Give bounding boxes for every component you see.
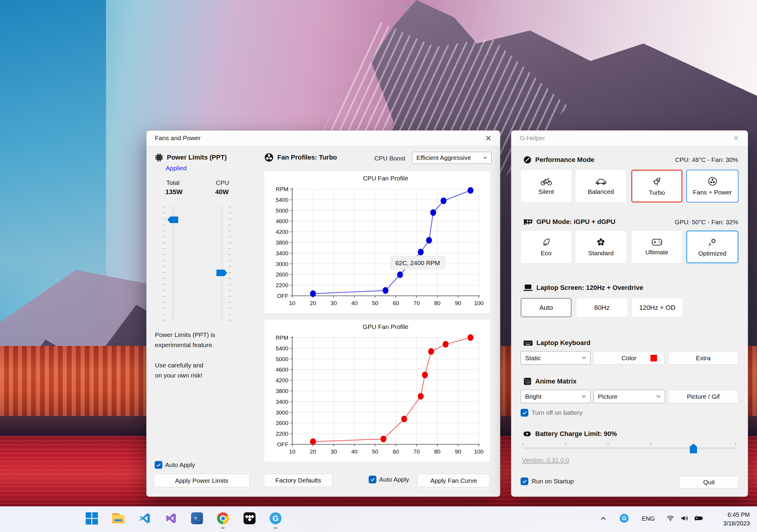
anime-brightness-dropdown[interactable]: Bright [521,390,590,403]
screen-button-label: 120Hz + OD [639,304,676,312]
total-slider-thumb[interactable] [167,216,178,223]
mode-button-label: Turbo [649,189,665,196]
battery-slider-ticks [523,443,736,445]
svg-text:40: 40 [351,300,358,306]
anime-brightness-value: Bright [525,393,541,400]
powershell-button[interactable]: >_ [191,512,203,525]
battery-slider-track[interactable] [523,447,736,449]
run-on-startup-checkbox[interactable] [521,477,528,485]
optimized-gear-icon [708,237,717,247]
gpu-button-optimized[interactable]: Optimized [686,231,739,263]
keyboard-color-label: Color [621,354,636,362]
svg-text:OFF: OFF [277,441,288,448]
mode-button-label: Fans + Power [693,189,732,196]
powershell-icon: >_ [191,512,203,524]
keyboard-extra-button[interactable]: Extra [668,351,739,365]
performance-mode-header: Performance Mode [523,156,594,164]
ppt-warning-line-1: Power Limits (PPT) is [155,330,215,340]
g-helper-tray-icon: G [620,514,629,523]
keyboard-color-button[interactable]: Color [593,351,664,365]
gpu-button-standard[interactable]: Standard [575,231,626,263]
close-icon[interactable] [481,133,495,143]
run-on-startup-label: Run on Startup [531,478,574,485]
cpu-boost-dropdown[interactable]: Efficient Aggressive [412,152,492,164]
cpu-label: CPU [216,179,229,186]
file-explorer-button[interactable] [112,512,125,525]
fan-icon [264,153,274,162]
svg-text:10: 10 [289,300,295,306]
ghelper-window-title: G-Helper [520,134,545,142]
svg-text:5400: 5400 [276,197,288,203]
anime-picture-gif-button[interactable]: Picture / Gif [668,390,739,403]
laptop-keyboard-label: Laptop Keyboard [536,339,590,347]
tray-battery[interactable] [692,512,705,525]
tray-clock[interactable]: 6:45 PM 3/18/2023 [723,511,750,528]
g-helper-button[interactable]: G [269,512,282,525]
factory-defaults-button[interactable]: Factory Defaults [264,474,333,487]
anime-content-dropdown[interactable]: Picture [593,390,665,403]
total-slider-track[interactable] [172,206,174,321]
gpu-card-icon [523,218,533,226]
tray-language[interactable]: ENG [642,515,654,522]
turn-off-on-battery-checkbox[interactable] [521,409,528,417]
cpu-fan-curve-chart[interactable]: CPU Fan ProfileOFF2200260030003400380042… [264,171,491,313]
gpu-button-eco[interactable]: Eco [521,231,572,263]
vscode-button[interactable] [138,512,151,525]
quit-button[interactable]: Quit [679,476,739,489]
mode-button-turbo[interactable]: Turbo [631,170,682,203]
fan-profiles-label: Fan Profiles: Turbo [277,154,337,161]
flower-icon [596,238,606,247]
chevron-down-icon [656,395,661,398]
cpu-fan-chart-panel[interactable]: CPU Fan ProfileOFF2200260030003400380042… [264,171,491,314]
mode-button-fans-power[interactable]: Fans + Power [686,170,739,203]
svg-text:90: 90 [455,300,461,306]
tray-g-helper[interactable]: G [619,512,630,525]
close-icon[interactable] [729,133,743,143]
tray-chevron-up[interactable] [598,512,609,525]
tray-wifi[interactable] [664,512,677,525]
svg-text:5400: 5400 [276,345,288,351]
svg-text:2200: 2200 [276,431,288,437]
screen-button-auto[interactable]: Auto [521,298,572,317]
tray-volume[interactable] [679,512,691,525]
chevron-down-icon [582,357,586,359]
g-helper-window: G-Helper Performance Mode CPU: 48°C - Fa… [511,130,748,497]
svg-text:80: 80 [434,449,440,455]
tray-date: 3/18/2023 [723,519,750,528]
svg-text:20: 20 [310,449,316,455]
screen-button-120hz-od[interactable]: 120Hz + OD [632,298,683,317]
mode-button-silent[interactable]: Silent [521,170,572,203]
version-link[interactable]: Version: 0.31.0.0 [522,457,569,464]
windows-logo-icon [86,512,98,524]
gpu-button-label: Optimized [698,250,727,257]
gpu-fan-curve-chart[interactable]: GPU Fan ProfileOFF2200260030003400380042… [264,320,491,462]
chrome-button[interactable] [216,512,229,525]
visual-studio-button[interactable] [165,512,178,525]
apply-power-limits-button[interactable]: Apply Power Limits [154,474,250,487]
keyboard-mode-dropdown[interactable]: Static [521,351,590,365]
start-button[interactable] [85,512,98,525]
gpu-button-ultimate[interactable]: Ultimate [631,231,682,263]
screen-button-label: Auto [539,304,553,312]
cpu-slider-track[interactable] [221,206,223,321]
cpu-slider-thumb[interactable] [216,269,227,276]
tidal-button[interactable] [243,512,256,525]
vscode-icon [139,512,151,524]
gpu-button-label: Standard [588,250,614,257]
chrome-icon [217,512,229,524]
auto-apply-fan-checkbox[interactable] [369,476,377,483]
svg-text:CPU Fan Profile: CPU Fan Profile [363,175,409,182]
fans-window-titlebar[interactable]: Fans and Power [147,131,500,146]
apply-fan-curve-button[interactable]: Apply Fan Curve [417,474,490,487]
screen-button-60hz[interactable]: 60Hz [576,298,628,317]
ghelper-titlebar[interactable]: G-Helper [511,131,748,146]
performance-mode-icon [523,156,531,164]
mode-button-balanced[interactable]: Balanced [575,170,626,203]
laptop-icon [523,284,533,292]
svg-text:3400: 3400 [276,250,288,257]
svg-text:50: 50 [372,300,378,306]
auto-apply-power-checkbox[interactable] [155,461,163,469]
gpu-fan-chart-panel[interactable]: GPU Fan ProfileOFF2200260030003400380042… [264,319,491,462]
svg-text:100: 100 [474,300,484,306]
battery-bolt-icon [523,430,531,437]
